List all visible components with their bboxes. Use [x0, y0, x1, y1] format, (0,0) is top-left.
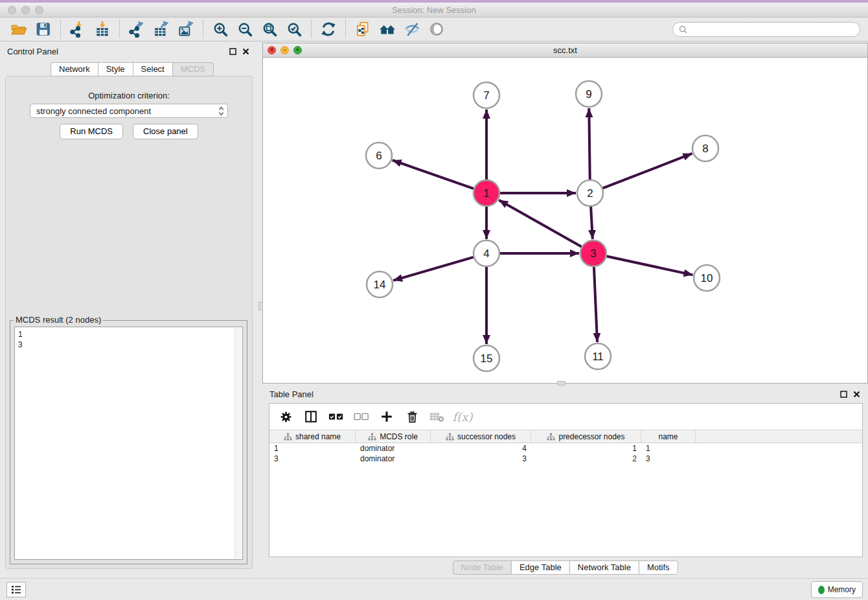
attribute-type-icon [284, 433, 292, 441]
result-scrollbar[interactable] [234, 328, 242, 559]
select-all-button[interactable] [326, 407, 346, 426]
cell-predecessor-nodes[interactable]: 2 [531, 454, 641, 464]
minimize-window-button[interactable] [21, 6, 30, 14]
edge-4-14[interactable] [393, 257, 474, 281]
open-session-button[interactable] [6, 19, 31, 40]
edge-2-3[interactable] [591, 207, 593, 239]
copy-network-button[interactable] [350, 19, 375, 40]
column-header-successor-nodes[interactable]: successor nodes [431, 430, 531, 443]
open-folder-icon [10, 21, 27, 38]
function-builder-button[interactable]: f(x) [453, 407, 472, 426]
refresh-button[interactable] [316, 19, 341, 40]
zoom-selected-button[interactable] [282, 19, 306, 40]
criterion-dropdown[interactable]: strongly connected component [30, 104, 228, 118]
node-10[interactable]: 10 [694, 265, 720, 291]
tab-mcds[interactable]: MCDS [172, 62, 214, 76]
export-table-button[interactable] [149, 19, 174, 40]
network-minimize-button[interactable]: − [280, 46, 289, 54]
network-window-titlebar: ✕ − + scc.txt [263, 43, 867, 58]
node-3[interactable]: 3 [580, 240, 606, 266]
node-1[interactable]: 1 [474, 180, 499, 206]
table-tabs: Node TableEdge TableNetwork TableMotifs [452, 560, 678, 575]
float-panel-icon[interactable] [229, 47, 237, 56]
mcds-result-group-title: MCDS result (2 nodes) [14, 315, 103, 325]
show-column-panel-button[interactable] [301, 407, 321, 426]
tab-style[interactable]: Style [98, 62, 133, 76]
cell-name[interactable]: 3 [641, 454, 696, 464]
edge-3-10[interactable] [607, 256, 693, 275]
tab-network-table[interactable]: Network Table [569, 560, 639, 575]
cell-predecessor-nodes[interactable]: 1 [531, 443, 641, 454]
zoom-fit-button[interactable] [257, 19, 282, 40]
tab-node-table[interactable]: Node Table [452, 560, 512, 575]
export-network-button[interactable] [124, 19, 149, 40]
cell-shared-name[interactable]: 3 [269, 454, 356, 464]
splitter-handle-horizontal[interactable] [557, 381, 565, 386]
edge-2-9[interactable] [589, 108, 589, 179]
export-image-button[interactable] [174, 19, 198, 40]
maximize-window-button[interactable] [35, 6, 43, 14]
control-panel-title: Control Panel [7, 47, 229, 56]
column-header-mcds-role[interactable]: MCDS role [356, 430, 431, 443]
close-table-panel-icon[interactable] [852, 390, 861, 398]
import-table-button[interactable] [90, 19, 115, 40]
cell-name[interactable]: 1 [641, 443, 696, 454]
table-settings-button[interactable] [276, 407, 295, 426]
memory-button[interactable]: Memory [811, 581, 863, 598]
node-7[interactable]: 7 [474, 82, 499, 108]
zoom-in-button[interactable] [208, 19, 233, 40]
import-network-button[interactable] [65, 19, 90, 40]
first-neighbors-button[interactable] [375, 19, 400, 40]
delete-table-icon [429, 410, 445, 423]
save-session-button[interactable] [31, 19, 56, 40]
node-4[interactable]: 4 [474, 240, 499, 266]
node-2[interactable]: 2 [577, 180, 603, 206]
control-panel: Control Panel NetworkStyleSelectMCDS Opt… [0, 43, 257, 569]
show-all-button[interactable] [424, 19, 449, 40]
edge-3-11[interactable] [594, 267, 597, 342]
hide-selected-button[interactable] [400, 19, 424, 40]
column-header-shared-name[interactable]: shared name [269, 430, 356, 443]
tab-select[interactable]: Select [133, 62, 173, 76]
run-mcds-button[interactable]: Run MCDS [60, 124, 123, 139]
network-maximize-button[interactable]: + [293, 46, 302, 54]
cell-shared-name[interactable]: 1 [269, 443, 356, 454]
tab-network[interactable]: Network [51, 62, 98, 76]
create-column-button[interactable] [377, 407, 396, 426]
task-history-button[interactable] [6, 582, 26, 597]
column-header-name[interactable]: name [641, 430, 696, 443]
cell-mcds-role[interactable]: dominator [356, 443, 431, 454]
zoom-out-button[interactable] [233, 19, 257, 40]
splitter-handle-vertical[interactable] [258, 302, 263, 310]
delete-column-button[interactable] [402, 407, 422, 426]
tab-edge-table[interactable]: Edge Table [511, 560, 570, 575]
close-panel-button[interactable]: Close panel [133, 124, 198, 139]
network-close-button[interactable]: ✕ [268, 46, 276, 54]
cell-successor-nodes[interactable]: 3 [431, 454, 531, 464]
node-15[interactable]: 15 [474, 345, 499, 371]
node-8[interactable]: 8 [692, 135, 718, 161]
node-table-container: f(x) shared nameMCDS rolesuccessor nodes… [269, 403, 863, 557]
node-6[interactable]: 6 [366, 143, 392, 168]
mcds-result-text[interactable]: 1 3 [14, 327, 243, 560]
close-panel-icon[interactable] [242, 47, 250, 56]
cell-successor-nodes[interactable]: 4 [431, 443, 531, 454]
svg-text:7: 7 [483, 89, 489, 102]
node-9[interactable]: 9 [576, 81, 602, 107]
network-canvas[interactable]: 7968124314101511 [263, 58, 867, 383]
close-window-button[interactable] [8, 6, 16, 14]
tab-motifs[interactable]: Motifs [639, 560, 678, 575]
node-14[interactable]: 14 [367, 271, 393, 297]
edge-1-6[interactable] [393, 160, 474, 189]
search-box[interactable] [672, 22, 860, 37]
node-11[interactable]: 11 [585, 343, 611, 369]
window-controls [8, 6, 43, 14]
deselect-all-button[interactable] [352, 407, 371, 426]
float-table-panel-icon[interactable] [839, 390, 848, 398]
cell-mcds-role[interactable]: dominator [356, 454, 431, 464]
edge-2-8[interactable] [603, 154, 692, 188]
column-header-predecessor-nodes[interactable]: predecessor nodes [531, 430, 641, 443]
search-input[interactable] [691, 24, 854, 34]
edge-3-1[interactable] [499, 200, 582, 247]
delete-table-button[interactable] [428, 407, 447, 426]
